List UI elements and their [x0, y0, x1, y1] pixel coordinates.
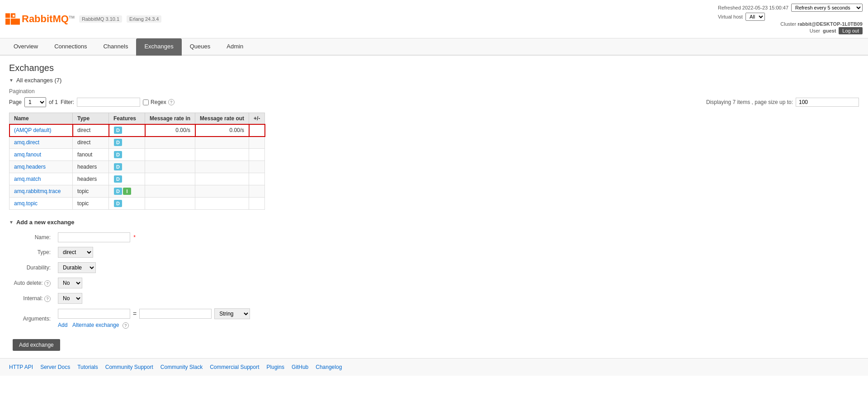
- regex-text: Regex: [151, 99, 166, 105]
- feature-badge-I: I: [123, 188, 131, 195]
- rate-in-cell: [145, 198, 195, 210]
- nav-item-connections[interactable]: Connections: [46, 38, 95, 56]
- footer-link-changelog[interactable]: Changelog: [316, 364, 342, 370]
- internal-select[interactable]: NoYes: [58, 293, 82, 304]
- exchange-name-link[interactable]: amq.match: [14, 176, 41, 182]
- th-rate-out: Message rate out: [195, 113, 249, 124]
- rate-out-cell: [195, 137, 249, 149]
- table-row[interactable]: amq.headersheadersD: [9, 161, 265, 173]
- displaying-label: Displaying 7 items , page size up to:: [706, 99, 793, 105]
- exchange-name-input[interactable]: [58, 232, 130, 242]
- table-header: Name Type Features Message rate in Messa…: [9, 113, 265, 124]
- footer-link-plugins[interactable]: Plugins: [267, 364, 284, 370]
- page-select[interactable]: 1: [24, 97, 46, 107]
- virtual-host-row: Virtual host All: [718, 13, 863, 21]
- footer-link-community-support[interactable]: Community Support: [105, 364, 153, 370]
- form-row-auto-delete: Auto delete: ? NoYes: [9, 275, 254, 291]
- virtual-host-select[interactable]: All: [745, 13, 765, 21]
- exchange-type-cell: topic: [73, 185, 109, 198]
- exchange-name-link[interactable]: amq.fanout: [14, 151, 41, 158]
- th-features: Features: [109, 113, 145, 124]
- table-row[interactable]: amq.directdirectD: [9, 137, 265, 149]
- footer-link-server-docs[interactable]: Server Docs: [40, 364, 70, 370]
- alt-exchange-help-icon[interactable]: ?: [123, 322, 129, 329]
- add-exchange-button[interactable]: Add exchange: [13, 339, 60, 351]
- nav-item-overview[interactable]: Overview: [5, 38, 46, 56]
- exchange-name-link[interactable]: amq.direct: [14, 139, 39, 146]
- exchanges-table: Name Type Features Message rate in Messa…: [9, 113, 265, 210]
- form-auto-delete-cell: NoYes: [54, 275, 254, 291]
- feature-badge-D: D: [114, 151, 122, 158]
- feature-badge-D: D: [114, 175, 122, 183]
- exchange-name-cell: amq.headers: [9, 161, 73, 173]
- refresh-select[interactable]: Refresh every 5 secondsRefresh every 10 …: [791, 4, 863, 12]
- form-name-label: Name:: [9, 230, 54, 245]
- argument-value-input[interactable]: [139, 309, 212, 319]
- internal-help-icon[interactable]: ?: [44, 296, 51, 302]
- logout-button[interactable]: Log out: [839, 27, 863, 34]
- collapse-triangle: ▼: [9, 78, 14, 83]
- add-exchange-section-header[interactable]: ▼ Add a new exchange: [9, 219, 859, 226]
- exchange-features-cell: D: [109, 198, 145, 210]
- table-row[interactable]: (AMQP default)directD0.00/s0.00/s: [9, 124, 265, 137]
- exchange-name-cell: (AMQP default): [9, 124, 73, 137]
- pm-cell: [249, 173, 265, 185]
- footer-link-community-slack[interactable]: Community Slack: [160, 364, 203, 370]
- nav-item-exchanges[interactable]: Exchanges: [136, 38, 181, 56]
- form-name-cell: *: [54, 230, 254, 245]
- exchange-type-select[interactable]: directfanoutheaderstopic: [58, 247, 93, 258]
- exchange-type-cell: topic: [73, 198, 109, 210]
- all-exchanges-section-header[interactable]: ▼ All exchanges (7): [9, 77, 859, 84]
- exchange-name-link[interactable]: amq.headers: [14, 164, 46, 170]
- exchange-name-link[interactable]: amq.rabbitmq.trace: [14, 188, 61, 194]
- exchange-name-cell: amq.match: [9, 173, 73, 185]
- logo-tm: TM: [69, 15, 75, 19]
- rate-in-cell: [145, 161, 195, 173]
- pm-cell: [249, 149, 265, 161]
- add-exchange-label: Add a new exchange: [16, 219, 75, 226]
- arguments-row: = StringNumberBooleanList: [58, 308, 250, 319]
- footer-link-tutorials[interactable]: Tutorials: [77, 364, 98, 370]
- auto-delete-help-icon[interactable]: ?: [44, 280, 51, 287]
- pagination-bar: Page 1 of 1 Filter: Regex ? Displaying 7…: [9, 97, 859, 107]
- exchange-type-cell: headers: [73, 173, 109, 185]
- exchange-features-cell: D: [109, 161, 145, 173]
- rate-in-cell: [145, 149, 195, 161]
- rate-out-cell: [195, 149, 249, 161]
- filter-input[interactable]: [77, 98, 140, 107]
- nav-item-admin[interactable]: Admin: [218, 38, 251, 56]
- feature-badge-D: D: [114, 163, 122, 170]
- exchange-name-link[interactable]: (AMQP default): [14, 127, 51, 133]
- regex-checkbox[interactable]: [143, 99, 149, 105]
- page-size-input[interactable]: [796, 98, 859, 107]
- table-row[interactable]: amq.matchheadersD: [9, 173, 265, 185]
- pm-cell: [249, 124, 265, 137]
- form-arguments-label: Arguments:: [9, 306, 54, 331]
- exchange-type-cell: direct: [73, 124, 109, 137]
- argument-key-input[interactable]: [58, 309, 130, 319]
- table-row[interactable]: amq.rabbitmq.tracetopicDI: [9, 185, 265, 198]
- rate-out-cell: [195, 198, 249, 210]
- table-row[interactable]: amq.fanoutfanoutD: [9, 149, 265, 161]
- nav-item-queues[interactable]: Queues: [182, 38, 219, 56]
- table-row[interactable]: amq.topictopicD: [9, 198, 265, 210]
- footer-link-commercial-support[interactable]: Commercial Support: [210, 364, 259, 370]
- user-info: User guest Log out: [718, 27, 863, 34]
- regex-label: Regex ?: [143, 99, 175, 105]
- footer-link-github[interactable]: GitHub: [292, 364, 308, 370]
- add-exchange-form: Name: * Type: directfanoutheaderstopic D…: [9, 230, 254, 331]
- exchange-name-cell: amq.fanout: [9, 149, 73, 161]
- durability-select[interactable]: DurableTransient: [58, 262, 96, 273]
- user-label: User: [810, 28, 820, 33]
- add-argument-link[interactable]: Add: [58, 322, 67, 328]
- th-rate-in: Message rate in: [145, 113, 195, 124]
- auto-delete-select[interactable]: NoYes: [58, 278, 82, 288]
- regex-help-icon[interactable]: ?: [168, 99, 175, 105]
- exchange-features-cell: DI: [109, 185, 145, 198]
- nav-item-channels[interactable]: Channels: [95, 38, 136, 56]
- exchange-features-cell: D: [109, 137, 145, 149]
- alternate-exchange-link[interactable]: Alternate exchange: [72, 322, 119, 328]
- argument-type-select[interactable]: StringNumberBooleanList: [214, 308, 250, 319]
- exchange-name-link[interactable]: amq.topic: [14, 200, 38, 207]
- footer-link-http-api[interactable]: HTTP API: [9, 364, 33, 370]
